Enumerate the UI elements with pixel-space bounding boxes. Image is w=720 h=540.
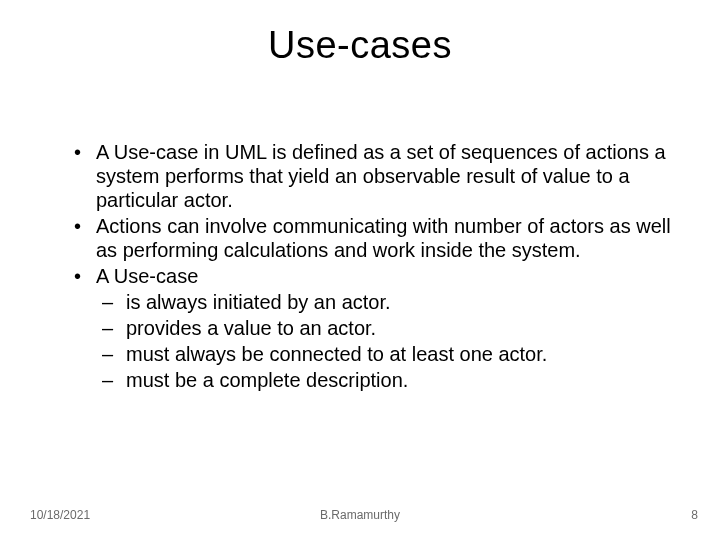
- list-item: A Use-case is always initiated by an act…: [70, 264, 682, 392]
- slide-body: A Use-case in UML is defined as a set of…: [70, 140, 682, 394]
- bullet-list: A Use-case in UML is defined as a set of…: [70, 140, 682, 392]
- sub-bullet-text: must always be connected to at least one…: [126, 343, 547, 365]
- footer-page-number: 8: [691, 508, 698, 522]
- footer-author: B.Ramamurthy: [0, 508, 720, 522]
- list-item: provides a value to an actor.: [96, 316, 682, 340]
- sub-bullet-text: is always initiated by an actor.: [126, 291, 391, 313]
- list-item: must always be connected to at least one…: [96, 342, 682, 366]
- slide: Use-cases A Use-case in UML is defined a…: [0, 0, 720, 540]
- list-item: must be a complete description.: [96, 368, 682, 392]
- bullet-text: A Use-case in UML is defined as a set of…: [96, 141, 666, 211]
- slide-footer: 10/18/2021 B.Ramamurthy 8: [0, 508, 720, 528]
- sub-bullet-text: provides a value to an actor.: [126, 317, 376, 339]
- list-item: A Use-case in UML is defined as a set of…: [70, 140, 682, 212]
- list-item: is always initiated by an actor.: [96, 290, 682, 314]
- sub-bullet-list: is always initiated by an actor. provide…: [96, 290, 682, 392]
- slide-title: Use-cases: [0, 0, 720, 67]
- sub-bullet-text: must be a complete description.: [126, 369, 408, 391]
- bullet-text: Actions can involve communicating with n…: [96, 215, 671, 261]
- bullet-text: A Use-case: [96, 265, 198, 287]
- list-item: Actions can involve communicating with n…: [70, 214, 682, 262]
